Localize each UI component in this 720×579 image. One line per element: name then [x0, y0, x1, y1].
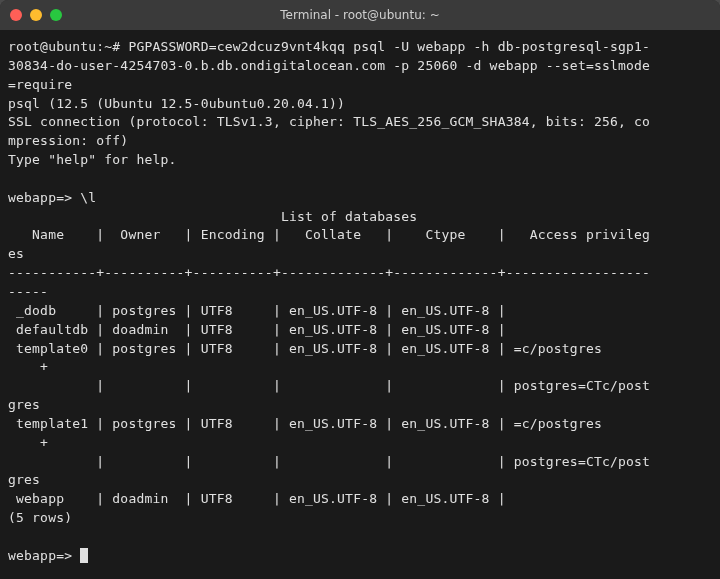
table-row: gres: [8, 397, 40, 412]
close-icon[interactable]: [10, 9, 22, 21]
table-row: | | | | | postgres=CTc/post: [8, 378, 650, 393]
cmd-continuation: 30834-do-user-4254703-0.b.db.ondigitaloc…: [8, 58, 650, 73]
list-title: List of databases: [8, 209, 417, 224]
table-separator: -----------+----------+----------+------…: [8, 265, 650, 280]
cursor-icon: [80, 548, 88, 563]
table-row: +: [8, 359, 48, 374]
row-count: (5 rows): [8, 510, 72, 525]
table-row: | | | | | postgres=CTc/post: [8, 454, 650, 469]
shell-prompt-line: root@ubuntu:~# PGPASSWORD=cew2dcuz9vnt4k…: [8, 39, 650, 54]
table-row: template0 | postgres | UTF8 | en_US.UTF-…: [8, 341, 658, 356]
minimize-icon[interactable]: [30, 9, 42, 21]
terminal-body[interactable]: root@ubuntu:~# PGPASSWORD=cew2dcuz9vnt4k…: [0, 30, 720, 579]
table-separator: -----: [8, 284, 48, 299]
titlebar: Terminal - root@ubuntu: ~: [0, 0, 720, 30]
table-row: defaultdb | doadmin | UTF8 | en_US.UTF-8…: [8, 322, 514, 337]
window-controls: [10, 9, 62, 21]
ssl-info: mpression: off): [8, 133, 128, 148]
cmd-continuation: =require: [8, 77, 72, 92]
table-header: es: [8, 246, 48, 261]
table-row: webapp | doadmin | UTF8 | en_US.UTF-8 | …: [8, 491, 514, 506]
window-title: Terminal - root@ubuntu: ~: [280, 8, 439, 22]
help-hint: Type "help" for help.: [8, 152, 177, 167]
table-row: template1 | postgres | UTF8 | en_US.UTF-…: [8, 416, 658, 431]
table-row: +: [8, 435, 48, 450]
table-row: gres: [8, 472, 40, 487]
table-row: _dodb | postgres | UTF8 | en_US.UTF-8 | …: [8, 303, 514, 318]
psql-version: psql (12.5 (Ubuntu 12.5-0ubuntu0.20.04.1…: [8, 96, 345, 111]
terminal-window: Terminal - root@ubuntu: ~ root@ubuntu:~#…: [0, 0, 720, 579]
table-header: Name | Owner | Encoding | Collate | Ctyp…: [8, 227, 650, 242]
psql-prompt: webapp=>: [8, 548, 80, 563]
psql-command: webapp=> \l: [8, 190, 96, 205]
maximize-icon[interactable]: [50, 9, 62, 21]
ssl-info: SSL connection (protocol: TLSv1.3, ciphe…: [8, 114, 650, 129]
